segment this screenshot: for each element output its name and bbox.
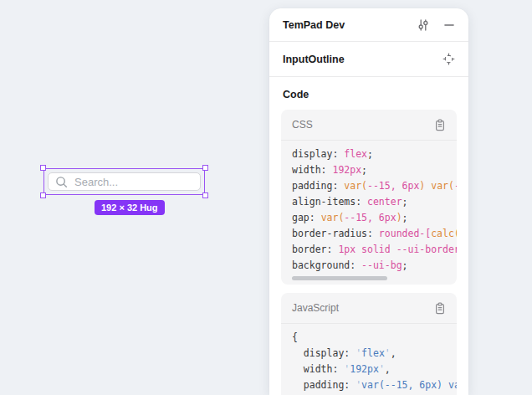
code-line: display: 'flex', — [292, 346, 457, 362]
tempad-dev-panel: TemPad Dev InputOutline — [269, 8, 468, 395]
selection-handle-top-left[interactable] — [40, 165, 46, 171]
selection-handle-bottom-left[interactable] — [40, 192, 46, 198]
locate-crosshair-icon[interactable] — [442, 53, 455, 65]
component-row: InputOutline — [269, 42, 468, 77]
code-block-label: CSS — [292, 119, 434, 131]
selection-handle-top-right[interactable] — [202, 165, 208, 171]
search-icon — [55, 176, 68, 188]
selection-overlay[interactable]: Search... — [43, 168, 205, 195]
figma-canvas[interactable]: Search... 192 × 32 Hug TemPad Dev — [0, 0, 532, 395]
minimize-icon[interactable] — [443, 19, 455, 31]
code-line: align-items: center; — [292, 194, 457, 210]
copy-icon[interactable] — [434, 119, 446, 131]
code-line: border: 1px solid --ui-border-input; — [292, 242, 457, 258]
component-name: InputOutline — [283, 54, 442, 65]
selection-handle-bottom-right[interactable] — [202, 192, 208, 198]
code-line: { — [292, 330, 457, 346]
scrollbar-thumb[interactable] — [292, 276, 387, 280]
code-line: gap: var(--15, 6px); — [292, 210, 457, 226]
code-content[interactable]: { display: 'flex', width: '192px', paddi… — [281, 324, 457, 395]
code-block-header: CSS — [281, 110, 457, 141]
code-line: width: 192px; — [292, 162, 457, 178]
panel-title: TemPad Dev — [283, 19, 417, 31]
settings-sliders-icon[interactable] — [417, 18, 430, 32]
code-block: CSS display: flex;width: 192px;padding: … — [281, 110, 457, 285]
code-block-header: JavaScript — [281, 293, 457, 324]
code-line: background: --ui-bg; — [292, 258, 457, 274]
code-section-title: Code — [283, 89, 457, 100]
search-input[interactable]: Search... — [48, 172, 201, 191]
copy-icon[interactable] — [434, 302, 446, 315]
dimensions-badge: 192 × 32 Hug — [95, 200, 165, 215]
search-placeholder: Search... — [74, 176, 118, 188]
code-line: border-radius: rounded-[calc(var(--round… — [292, 226, 457, 242]
code-line: display: flex; — [292, 146, 457, 162]
panel-header: TemPad Dev — [269, 8, 468, 42]
code-line: padding: var(--15, 6px) var(--25, 10px); — [292, 178, 457, 194]
code-block: JavaScript { display: 'flex', width: '19… — [281, 293, 457, 395]
code-line: width: '192px', — [292, 362, 457, 377]
code-section: Code CSS display: flex;width: 192px;padd… — [269, 77, 468, 395]
horizontal-scrollbar[interactable] — [292, 276, 446, 280]
code-block-label: JavaScript — [292, 302, 434, 314]
code-content[interactable]: display: flex;width: 192px;padding: var(… — [281, 141, 457, 274]
code-blocks: CSS display: flex;width: 192px;padding: … — [281, 110, 457, 395]
code-line: padding: 'var(--15, 6px) var(--25, 10px)… — [292, 377, 457, 393]
